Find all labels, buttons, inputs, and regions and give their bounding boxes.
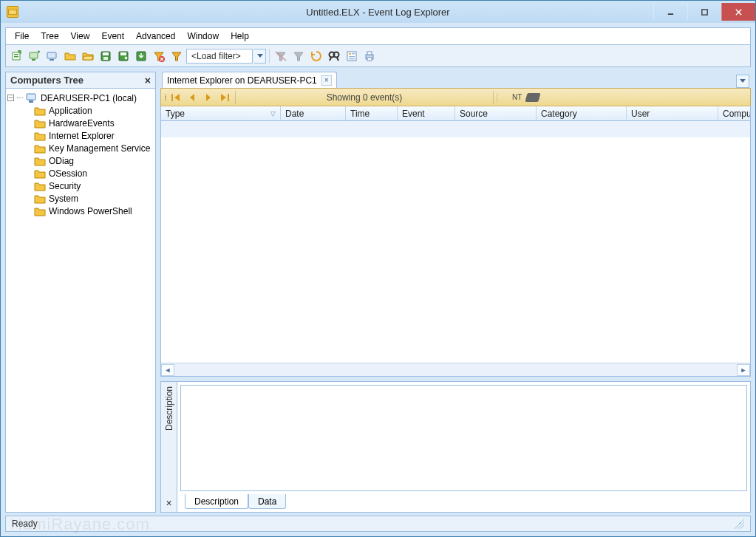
new-workspace-icon[interactable] [9, 48, 25, 64]
menu-file[interactable]: File [9, 30, 35, 43]
col-event[interactable]: Event [398, 106, 455, 120]
computer-icon [26, 93, 38, 103]
col-type[interactable]: Type▽ [161, 106, 281, 120]
svg-rect-9 [47, 52, 56, 58]
refresh-icon[interactable] [308, 48, 324, 64]
nt-label: NT [512, 93, 522, 101]
svg-rect-8 [32, 59, 35, 61]
horizontal-scrollbar[interactable]: ◄ ► [161, 363, 750, 376]
nav-last-icon[interactable] [217, 90, 232, 105]
tree-node-security[interactable]: Security [7, 179, 154, 192]
tree-node-label: Application [49, 106, 92, 116]
tree-panel-title: Computers Tree [10, 75, 84, 86]
tree-panel-header: Computers Tree × [6, 72, 155, 89]
tree-node-application[interactable]: Application [7, 104, 154, 117]
nav-prev-icon[interactable] [185, 90, 200, 105]
col-date[interactable]: Date [281, 106, 346, 120]
description-textarea[interactable] [180, 385, 747, 491]
svg-rect-29 [29, 100, 33, 103]
svg-rect-30 [171, 94, 173, 101]
toolbar: <Load filter> [5, 45, 751, 67]
tree-node-odiag[interactable]: ODiag [7, 154, 154, 167]
tree-node-hardwareevents[interactable]: HardwareEvents [7, 117, 154, 129]
svg-rect-15 [120, 52, 126, 55]
col-category[interactable]: Category [537, 106, 627, 120]
load-filter-dropdown-icon[interactable] [254, 49, 266, 64]
open-file-icon[interactable] [80, 48, 96, 64]
svg-rect-13 [103, 57, 108, 60]
document-area: Internet Explorer on DEARUSER-PC1 × ⁞ Sh… [160, 72, 751, 513]
col-user[interactable]: User [627, 106, 718, 120]
title-bar: Untitled.ELX - Event Log Explorer [1, 1, 755, 23]
clear-filter-icon[interactable] [151, 48, 167, 64]
save-as-icon[interactable] [115, 48, 132, 64]
add-computer-icon[interactable] [27, 48, 43, 64]
sort-desc-icon: ▽ [270, 110, 276, 117]
maximize-button[interactable] [687, 3, 721, 21]
menu-advanced[interactable]: Advanced [130, 30, 181, 43]
scroll-right-icon[interactable]: ► [737, 364, 750, 376]
tree-panel-close-icon[interactable]: × [145, 75, 151, 86]
filter-off-icon[interactable] [273, 48, 289, 64]
nav-first-icon[interactable] [168, 90, 183, 105]
tree-node-system[interactable]: System [7, 192, 154, 205]
grid-body[interactable] [161, 121, 750, 363]
folder-icon [34, 143, 46, 154]
desc-tab-data[interactable]: Data [248, 494, 286, 509]
menu-event[interactable]: Event [95, 30, 130, 43]
document-tab[interactable]: Internet Explorer on DEARUSER-PC1 × [162, 72, 337, 88]
nt-mode-section: NT [497, 93, 615, 102]
menu-help[interactable]: Help [225, 30, 255, 43]
minimize-button[interactable] [653, 3, 687, 21]
document-tab-close-icon[interactable]: × [321, 75, 332, 86]
folder-icon [34, 118, 46, 129]
col-time[interactable]: Time [346, 106, 398, 120]
menu-tree[interactable]: Tree [35, 30, 64, 43]
export-icon[interactable] [133, 48, 149, 64]
tab-list-dropdown-icon[interactable] [736, 75, 749, 88]
print-icon[interactable] [361, 48, 378, 64]
col-computer[interactable]: Computer [718, 106, 750, 120]
menu-view[interactable]: View [65, 30, 96, 43]
tree-node-osession[interactable]: OSession [7, 167, 154, 179]
memory-chip-icon[interactable] [525, 93, 541, 102]
tree-node-powershell[interactable]: Windows PowerShell [7, 205, 154, 217]
window-title: Untitled.ELX - Event Log Explorer [1, 7, 755, 18]
folder-icon [34, 131, 46, 141]
filter-icon[interactable] [168, 48, 185, 64]
folder-icon [34, 168, 46, 179]
collapse-toggle-icon[interactable]: – [7, 95, 14, 101]
description-close-icon[interactable]: × [166, 497, 171, 509]
resize-grip-icon[interactable] [734, 519, 744, 529]
scroll-left-icon[interactable]: ◄ [161, 364, 174, 376]
open-log-icon[interactable] [62, 48, 78, 64]
svg-rect-27 [367, 58, 372, 61]
nav-next-icon[interactable] [201, 90, 216, 105]
load-filter-combo[interactable]: <Load filter> [186, 49, 253, 64]
svg-rect-28 [27, 94, 35, 100]
menu-window[interactable]: Window [181, 30, 225, 43]
col-source[interactable]: Source [455, 106, 537, 120]
tree-node-ie[interactable]: Internet Explorer [7, 129, 154, 142]
tree-node-label: Internet Explorer [49, 131, 115, 141]
status-text: Ready [12, 519, 38, 529]
event-grid: Type▽ Date Time Event Source Category Us… [160, 106, 751, 377]
desc-tab-description[interactable]: Description [185, 494, 248, 509]
tree-root-node[interactable]: – DEARUSER-PC1 (local) [7, 92, 154, 104]
svg-rect-23 [349, 56, 355, 57]
close-button[interactable] [721, 3, 755, 21]
description-panel: Description × Description Data [160, 381, 751, 513]
properties-icon[interactable] [344, 48, 360, 64]
grid-empty-row [161, 121, 750, 137]
folder-icon [34, 156, 46, 166]
tree-node-label: Windows PowerShell [49, 206, 132, 216]
filter-on-icon[interactable] [290, 48, 307, 64]
document-tab-strip: Internet Explorer on DEARUSER-PC1 × [160, 72, 751, 88]
find-icon[interactable] [326, 48, 342, 64]
window-controls [653, 3, 755, 21]
tree-node-label: HardwareEvents [49, 118, 115, 129]
tree-node-kms[interactable]: Key Management Service [7, 142, 154, 154]
connect-computer-icon[interactable] [44, 48, 61, 64]
save-icon[interactable] [98, 48, 114, 64]
tree-body[interactable]: – DEARUSER-PC1 (local) Application Hardw… [6, 89, 155, 512]
